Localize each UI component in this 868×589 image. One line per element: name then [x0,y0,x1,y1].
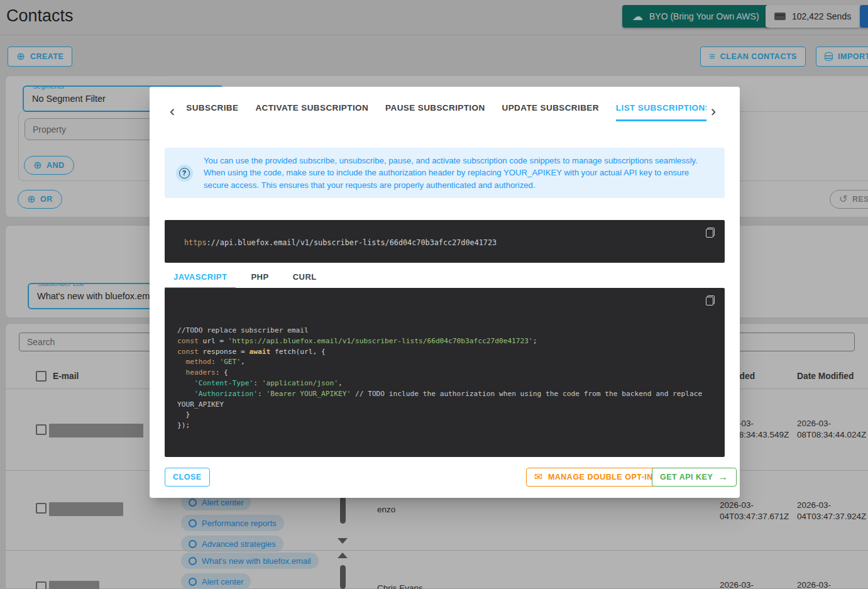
close-label: CLOSE [173,473,202,482]
endpoint-url: https://api.bluefox.email/v1/subscriber-… [184,238,497,247]
tab-unsubscribe[interactable]: UNSUBSCRIBE [186,103,238,121]
endpoint-url-block: https://api.bluefox.email/v1/subscriber-… [165,220,725,263]
tabs-scroll-left-icon[interactable]: ‹ [170,104,175,118]
help-question-glyph: ? [179,168,190,179]
code-language-tabs: JAVASCRIPT PHP CURL [165,267,326,289]
code-content: //TODO replace subscriber email const ur… [177,326,712,431]
api-snippets-modal: ‹ UNSUBSCRIBE ACTIVATE SUBSCRIPTION PAUS… [150,87,740,498]
api-info-text: You can use the provided subscribe, unsu… [204,155,725,192]
tab-pause-subscription[interactable]: PAUSE SUBSCRIPTION [385,103,485,121]
tab-activate-subscription[interactable]: ACTIVATE SUBSCRIPTION [255,103,368,121]
close-button[interactable]: CLOSE [165,468,210,487]
tab-javascript[interactable]: JAVASCRIPT [165,267,236,289]
tabs-scroll-right-icon[interactable]: › [711,104,716,118]
copy-icon[interactable] [706,228,715,238]
email-icon: ✉ [534,472,543,482]
get-api-key-label: GET API KEY [660,473,713,482]
tab-update-subscriber[interactable]: UPDATE SUBSCRIBER [502,103,599,121]
tab-list-subscriptions[interactable]: LIST SUBSCRIPTIONS [616,103,706,121]
arrow-right-icon: → [718,472,728,482]
get-api-key-button[interactable]: GET API KEY → [652,468,737,487]
code-snippet-block: //TODO replace subscriber email const ur… [165,288,725,457]
manage-double-opt-in-button[interactable]: ✉ MANAGE DOUBLE OPT-IN [526,468,661,487]
tab-php[interactable]: PHP [242,267,277,289]
tab-curl[interactable]: CURL [284,267,326,289]
modal-tab-bar: UNSUBSCRIBE ACTIVATE SUBSCRIPTION PAUSE … [186,103,706,121]
help-icon-wrap: ? [165,165,204,182]
api-info-banner: ? You can use the provided subscribe, un… [165,148,725,198]
copy-icon[interactable] [706,295,715,306]
app-screen: Contacts ☁ BYO (Bring Your Own AWS) 102,… [0,0,868,589]
manage-double-opt-in-label: MANAGE DOUBLE OPT-IN [548,473,653,482]
help-icon: ? [176,165,193,182]
